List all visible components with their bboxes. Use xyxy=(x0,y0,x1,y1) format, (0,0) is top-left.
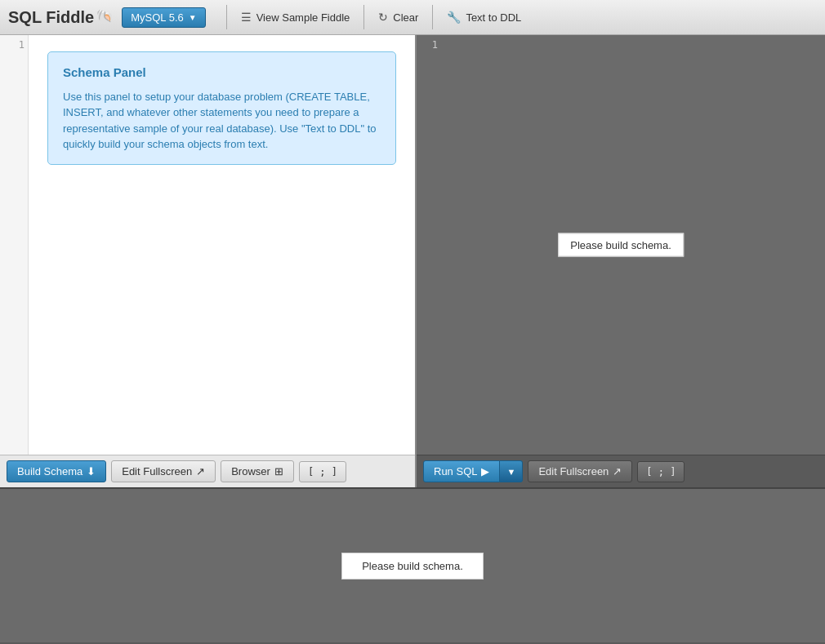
schema-line-1: 1 xyxy=(19,39,25,51)
nav-divider-3 xyxy=(432,5,433,29)
db-selector-label: MySQL 5.6 xyxy=(131,11,184,24)
run-sql-dropdown-arrow: ▼ xyxy=(506,467,515,477)
bottom-please-build-text: Please build schema. xyxy=(362,560,463,572)
logo: SQL Fiddle 🐚 xyxy=(8,8,114,27)
schema-edit-fullscreen-label: Edit Fullscreen xyxy=(122,465,192,477)
query-panel: 1 Please build schema. Run SQL ▶ ▼ Edit … xyxy=(417,35,825,487)
nav-divider-2 xyxy=(363,5,364,29)
nav-divider-1 xyxy=(226,5,227,29)
clear-button[interactable]: ↻ Clear xyxy=(368,7,428,28)
schema-bracket-button[interactable]: [ ; ] xyxy=(299,461,346,482)
query-editor[interactable]: 1 Please build schema. xyxy=(417,35,825,455)
schema-tooltip-body: Use this panel to setup your database pr… xyxy=(63,89,381,153)
header: SQL Fiddle 🐚 MySQL 5.6 ▼ ☰ View Sample F… xyxy=(0,0,825,35)
query-edit-fullscreen-label: Edit Fullscreen xyxy=(538,465,609,477)
schema-toolbar: Build Schema ⬇ Edit Fullscreen ↗ Browser… xyxy=(0,455,415,487)
query-bracket-label: [ ; ] xyxy=(646,466,676,477)
schema-edit-fullscreen-icon: ↗ xyxy=(196,465,205,477)
query-please-build-text: Please build schema. xyxy=(570,239,671,251)
query-edit-fullscreen-icon: ↗ xyxy=(613,465,622,477)
build-schema-label: Build Schema xyxy=(17,465,82,477)
schema-edit-fullscreen-button[interactable]: Edit Fullscreen ↗ xyxy=(111,460,216,482)
browser-icon: ⊞ xyxy=(274,465,283,477)
query-line-1: 1 xyxy=(432,39,438,51)
query-bracket-button[interactable]: [ ; ] xyxy=(637,461,685,482)
schema-line-numbers: 1 xyxy=(0,35,29,455)
bottom-panel: Please build schema. xyxy=(0,487,825,642)
view-sample-icon: ☰ xyxy=(241,11,252,24)
browser-button[interactable]: Browser ⊞ xyxy=(221,460,294,482)
db-selector-arrow: ▼ xyxy=(189,13,197,22)
run-sql-button[interactable]: Run SQL ▶ xyxy=(423,460,500,482)
schema-tooltip-title: Schema Panel xyxy=(63,64,381,82)
text-to-ddl-label: Text to DDL xyxy=(466,11,521,24)
query-edit-fullscreen-button[interactable]: Edit Fullscreen ↗ xyxy=(528,460,632,482)
query-toolbar: Run SQL ▶ ▼ Edit Fullscreen ↗ [ ; ] xyxy=(417,455,825,487)
text-to-ddl-icon: 🔧 xyxy=(447,11,461,24)
bottom-please-build-tooltip: Please build schema. xyxy=(341,553,484,580)
schema-tooltip: Schema Panel Use this panel to setup you… xyxy=(47,51,396,165)
run-sql-icon: ▶ xyxy=(481,465,489,477)
schema-editor-content: Schema Panel Use this panel to setup you… xyxy=(29,35,415,455)
run-sql-dropdown-button[interactable]: ▼ xyxy=(500,460,523,482)
clear-label: Clear xyxy=(393,11,418,24)
text-to-ddl-button[interactable]: 🔧 Text to DDL xyxy=(437,7,531,28)
build-schema-button[interactable]: Build Schema ⬇ xyxy=(7,460,106,482)
schema-editor[interactable]: 1 Schema Panel Use this panel to setup y… xyxy=(0,35,415,455)
schema-panel: 1 Schema Panel Use this panel to setup y… xyxy=(0,35,417,487)
query-line-numbers: 1 xyxy=(417,35,441,55)
schema-bracket-label: [ ; ] xyxy=(308,466,337,477)
build-schema-icon: ⬇ xyxy=(87,465,96,477)
run-sql-group: Run SQL ▶ ▼ xyxy=(423,460,523,482)
clear-icon: ↻ xyxy=(378,11,388,24)
logo-text: SQL Fiddle xyxy=(8,8,94,27)
logo-icon: 🐚 xyxy=(96,8,114,26)
run-sql-label: Run SQL xyxy=(434,465,477,477)
view-sample-label: View Sample Fiddle xyxy=(256,11,350,24)
db-selector[interactable]: MySQL 5.6 ▼ xyxy=(122,7,205,28)
view-sample-button[interactable]: ☰ View Sample Fiddle xyxy=(231,7,360,28)
main-area: 1 Schema Panel Use this panel to setup y… xyxy=(0,35,825,487)
browser-label: Browser xyxy=(231,465,270,477)
query-please-build-tooltip: Please build schema. xyxy=(558,233,684,257)
